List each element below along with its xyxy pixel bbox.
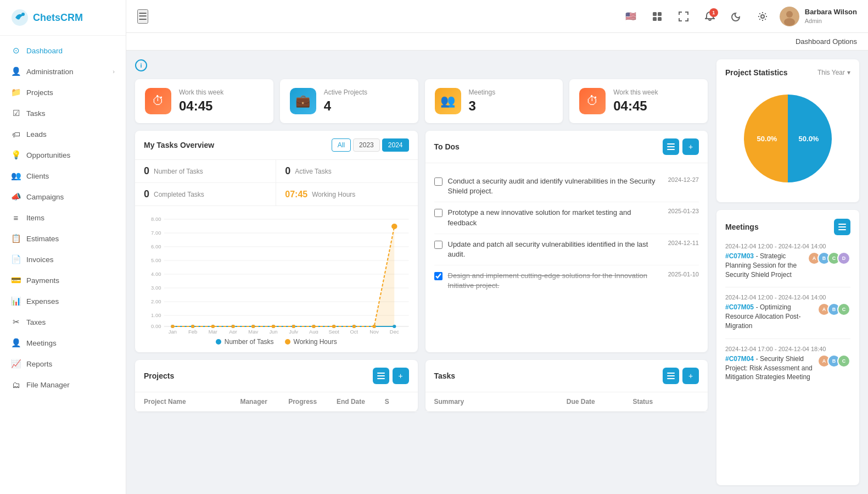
sidebar-item-label: Payments (26, 276, 115, 285)
filter-2024[interactable]: 2024 (382, 138, 409, 152)
reports-icon: 📈 (11, 359, 21, 369)
todos-list-button[interactable] (663, 138, 679, 155)
stats-row: ⏱ Work this week 04:45 💼 Active Projects… (135, 79, 708, 123)
user-details: Barbara Wilson Admin (805, 8, 857, 25)
sidebar-item-reports[interactable]: 📈 Reports (0, 353, 126, 374)
sidebar-item-payments[interactable]: 💳 Payments (0, 270, 126, 291)
sidebar-item-taxes[interactable]: ✂ Taxes (0, 312, 126, 332)
sidebar-item-label: Administration (26, 68, 107, 76)
sidebar-item-label: Estimates (26, 235, 115, 243)
meeting-avatar: C (837, 303, 850, 316)
svg-rect-77 (838, 226, 846, 227)
todos-add-button[interactable]: + (682, 138, 699, 155)
col-status: S (385, 398, 409, 406)
tasks-chart: 8.00 7.00 6.00 5.00 4.00 3.00 2.00 1.00 … (144, 213, 409, 334)
task-stat-num: 0 (144, 165, 149, 177)
sidebar-item-administration[interactable]: 👤 Administration › (0, 61, 126, 82)
sidebar-item-label: Campaigns (26, 193, 115, 201)
meeting-time-3: 2024-12-04 17:00 - 2024-12-04 18:40 (725, 346, 850, 352)
tasks-icon: ☑ (11, 108, 21, 118)
col-task-status: Status (632, 398, 699, 406)
task-stat-num: 0 (285, 165, 290, 177)
sidebar-item-projects[interactable]: 📁 Projects (0, 82, 126, 103)
svg-rect-4 (653, 17, 657, 21)
projects-icon: 📁 (11, 87, 21, 97)
meeting-time-1: 2024-12-04 12:00 - 2024-12-04 14:00 (725, 243, 850, 249)
stat-info-3: Meetings 3 (469, 88, 553, 114)
sidebar-item-campaigns[interactable]: 📣 Campaigns (0, 186, 126, 207)
projects-list-button[interactable] (373, 368, 389, 384)
main-content: ☰ 🇺🇸 (126, 0, 868, 494)
meeting-link-1[interactable]: #C07M03 (725, 252, 754, 260)
tasks-add-button[interactable]: + (682, 368, 699, 384)
logo-icon (11, 9, 29, 26)
todo-checkbox-4[interactable] (434, 272, 443, 280)
stat-label: Work this week (179, 88, 264, 96)
bottom-section: Projects + (135, 360, 708, 412)
filter-all[interactable]: All (332, 138, 351, 152)
projects-table-header: Project Name Manager Progress End Date S (135, 392, 418, 412)
flag-button[interactable]: 🇺🇸 (621, 7, 640, 26)
meetings-panel-title: Meetings (725, 223, 759, 231)
sidebar-item-clients[interactable]: 👥 Clients (0, 165, 126, 186)
settings-button[interactable] (753, 7, 772, 26)
tasks-section-title: Tasks (434, 371, 456, 380)
meetings-list-button[interactable] (834, 219, 850, 235)
two-col-middle: My Tasks Overview All 2023 2024 0 Number… (135, 131, 708, 352)
sidebar-item-dashboard[interactable]: ⊙ Dashboard (0, 40, 126, 61)
svg-text:Feb: Feb (188, 329, 197, 334)
sidebar-item-label: Clients (26, 172, 115, 180)
sidebar-item-leads[interactable]: 🏷 Leads (0, 124, 126, 145)
user-info[interactable]: Barbara Wilson Admin (780, 7, 857, 26)
sidebar-item-file-manager[interactable]: 🗂 File Manager (0, 374, 126, 395)
col-end-date: End Date (337, 398, 385, 406)
ps-period-selector[interactable]: This Year ▾ (817, 69, 850, 76)
fullscreen-button[interactable] (674, 7, 693, 26)
todo-checkbox-2[interactable] (434, 209, 443, 217)
meeting-link-2[interactable]: #C07M05 (725, 303, 754, 311)
meeting-desc-sep-3: - (756, 355, 760, 363)
svg-text:8.00: 8.00 (151, 217, 161, 222)
sidebar-item-expenses[interactable]: 📊 Expenses (0, 291, 126, 312)
svg-text:Jan: Jan (169, 329, 177, 334)
todos-card: To Dos + (425, 131, 708, 352)
sidebar-item-opportunities[interactable]: 💡 Opportunities (0, 145, 126, 165)
svg-rect-76 (838, 224, 846, 225)
items-icon: ≡ (11, 213, 21, 223)
svg-text:Aug: Aug (309, 329, 318, 334)
chevron-right-icon: › (113, 68, 115, 75)
hamburger-button[interactable]: ☰ (137, 9, 148, 24)
meeting-link-3[interactable]: #C07M04 (725, 355, 754, 363)
todo-item: Update and patch all security vulnerabil… (434, 234, 699, 265)
notification-button[interactable]: 1 (701, 7, 719, 26)
todo-date-1: 2024-12-27 (668, 176, 699, 183)
dark-mode-button[interactable] (727, 7, 746, 26)
todo-checkbox-1[interactable] (434, 177, 443, 186)
tasks-list-button[interactable] (663, 368, 679, 384)
legend-dot-hours (285, 339, 290, 345)
sidebar-item-invoices[interactable]: 📄 Invoices (0, 249, 126, 270)
sidebar-item-estimates[interactable]: 📋 Estimates (0, 228, 126, 249)
stat-info-1: Work this week 04:45 (179, 88, 264, 114)
sidebar-item-label: Reports (26, 360, 115, 368)
sidebar-item-items[interactable]: ≡ Items (0, 207, 126, 228)
todo-checkbox-3[interactable] (434, 241, 443, 249)
projects-add-button[interactable]: + (393, 368, 409, 384)
svg-text:5.00: 5.00 (151, 258, 161, 263)
meetings-stat-icon: 👥 (435, 88, 461, 114)
meeting-avatar: D (837, 252, 850, 265)
grid-button[interactable] (648, 7, 667, 26)
todo-item: Conduct a security audit and identify vu… (434, 171, 699, 202)
dashboard-options-text[interactable]: Dashboard Options (796, 37, 857, 46)
stat-value: 4 (324, 98, 408, 114)
meetings-panel-header: Meetings (725, 219, 850, 235)
svg-point-43 (211, 325, 215, 328)
svg-rect-67 (667, 149, 675, 150)
sidebar-item-tasks[interactable]: ☑ Tasks (0, 103, 126, 124)
sidebar-item-label: Projects (26, 88, 115, 97)
sidebar-item-meetings[interactable]: 👤 Meetings (0, 332, 126, 353)
project-statistics-card: Project Statistics This Year ▾ (716, 59, 859, 202)
svg-rect-72 (667, 375, 675, 376)
meetings-panel-card: Meetings 2024-12-04 12:00 - 2024-12-0 (716, 210, 859, 485)
filter-2023[interactable]: 2023 (353, 138, 380, 152)
